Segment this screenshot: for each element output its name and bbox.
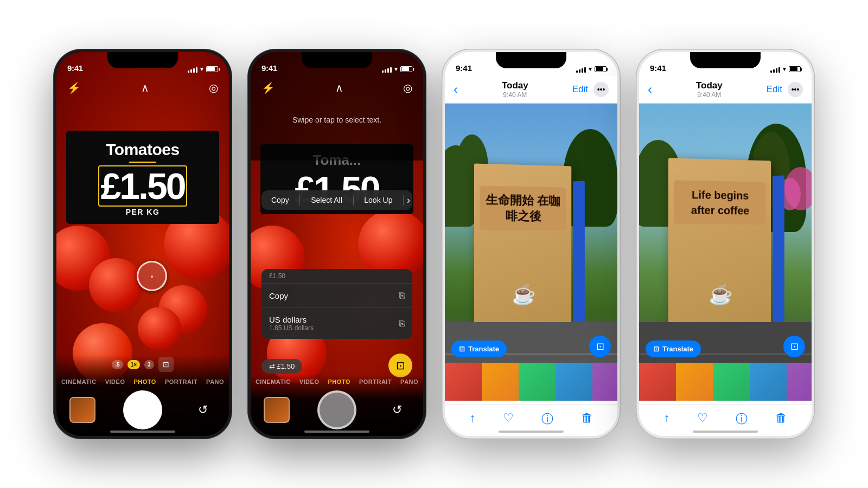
back-btn-3[interactable]: ‹ xyxy=(454,82,458,97)
coffee-icon-3: ☕ xyxy=(511,283,535,306)
currency-label: ⇄ £1.50 xyxy=(269,362,295,370)
copy-icon: ⎘ xyxy=(399,291,405,300)
translate-btn-3[interactable]: ⊡ Translate xyxy=(451,341,507,357)
phone-2-text-select: Toma... £1.50 9:41 ▾ xyxy=(247,49,426,439)
mode-video-1[interactable]: VIDEO xyxy=(105,378,125,385)
photos-toolbar-4: ↑ ♡ ⓘ 🗑 xyxy=(639,404,812,432)
edit-btn-4[interactable]: Edit xyxy=(767,84,782,95)
speed-1x[interactable]: 1× xyxy=(127,360,140,369)
status-time-4: 9:41 xyxy=(650,63,666,73)
look-up-btn[interactable]: Look Up xyxy=(356,194,400,207)
camera-top-2: ⚡ ∧ ◎ xyxy=(251,77,423,99)
edit-btn-3[interactable]: Edit xyxy=(572,84,588,95)
flip-camera-btn-1[interactable]: ↺ xyxy=(190,397,216,423)
flip-vertical-icon[interactable]: ∧ xyxy=(141,81,149,94)
mode-photo-2[interactable]: PHOTO xyxy=(328,378,350,385)
status-time-2: 9:41 xyxy=(261,63,277,73)
notch-4 xyxy=(690,52,761,68)
camera-modes-1: CINEMATIC VIDEO PHOTO PORTRAIT PANO xyxy=(65,374,220,390)
battery-3 xyxy=(595,66,607,72)
more-btn[interactable]: › xyxy=(407,195,410,206)
translate-label-4: Translate xyxy=(662,345,693,353)
camera-bottom-1: .5 1× 3 ⊡ CINEMATIC VIDEO PHOTO PORTRAIT… xyxy=(56,355,229,436)
header-sub-4: 9:40 AM xyxy=(696,91,723,99)
more-btn-3[interactable]: ••• xyxy=(593,82,609,97)
live-icon-2[interactable]: ◎ xyxy=(403,81,412,94)
sign-price: £1.50 xyxy=(100,168,184,204)
home-indicator-3 xyxy=(499,431,564,433)
shutter-button-2[interactable] xyxy=(317,390,356,429)
livetext-btn-3[interactable]: ⊡ xyxy=(589,336,611,357)
mode-video-2[interactable]: VIDEO xyxy=(299,378,320,385)
translate-label-3: Translate xyxy=(468,345,499,353)
phone-3-photos-chinese: 9:41 ▾ xyxy=(442,49,621,439)
dropdown-usd[interactable]: US dollars 1.85 US dollars ⎘ xyxy=(261,308,412,339)
dropdown-copy[interactable]: Copy ⎘ xyxy=(261,284,412,308)
mode-portrait-2[interactable]: PORTRAIT xyxy=(359,378,392,385)
header-title-3: Today xyxy=(502,80,528,91)
filmstrip-4 xyxy=(639,363,812,401)
filmstrip-3 xyxy=(445,363,617,401)
speed-05[interactable]: .5 xyxy=(112,360,123,369)
mode-photo-1[interactable]: PHOTO xyxy=(133,378,156,385)
battery-icon-1 xyxy=(206,66,218,72)
notch-1 xyxy=(107,52,178,68)
photos-toolbar-3: ↑ ♡ ⓘ 🗑 xyxy=(445,404,617,432)
speed-3[interactable]: 3 xyxy=(144,360,154,369)
currency-bar: ⇄ £1.50 xyxy=(261,359,302,374)
heart-icon-4[interactable]: ♡ xyxy=(697,411,708,427)
trash-icon-4[interactable]: 🗑 xyxy=(775,411,787,427)
main-scene: Tomatoes £1.50 PER KG ● xyxy=(0,0,868,488)
share-icon-3[interactable]: ↑ xyxy=(469,411,475,427)
livetext-btn-4[interactable]: ⊡ xyxy=(783,336,805,357)
battery-icon-2 xyxy=(400,66,412,72)
flash-icon-2[interactable]: ⚡ xyxy=(261,81,275,94)
camera-bottom-2: CINEMATIC VIDEO PHOTO PORTRAIT PANO ↺ xyxy=(251,374,423,436)
mode-portrait-1[interactable]: PORTRAIT xyxy=(165,378,197,385)
wifi-icon-1: ▾ xyxy=(200,66,203,73)
mode-pano-1[interactable]: PANO xyxy=(206,378,224,385)
home-indicator-4 xyxy=(693,431,758,433)
share-icon-4[interactable]: ↑ xyxy=(663,411,669,427)
live-icon-1[interactable]: ◎ xyxy=(209,81,218,94)
magnifier: ● xyxy=(137,261,167,291)
shutter-button-1[interactable] xyxy=(123,390,162,429)
select-all-btn[interactable]: Select All xyxy=(303,194,350,207)
info-icon-3[interactable]: ⓘ xyxy=(541,411,553,427)
photo-thumbnail-1[interactable] xyxy=(69,397,95,423)
notch-2 xyxy=(302,52,372,68)
more-btn-4[interactable]: ••• xyxy=(788,82,803,97)
back-btn-4[interactable]: ‹ xyxy=(648,82,652,97)
live-text-icon-1[interactable]: ⊡ xyxy=(158,357,174,372)
usd-label: US dollars xyxy=(269,315,314,324)
flash-icon-1[interactable]: ⚡ xyxy=(67,81,81,94)
swipe-hint-text: Swipe or tap to select text. xyxy=(292,115,381,124)
chinese-text: 生命開始 在咖啡之後 xyxy=(484,192,561,224)
coffee-icon-4: ☕ xyxy=(708,283,732,306)
header-title-4: Today xyxy=(696,80,723,91)
flip-camera-btn-2[interactable]: ↺ xyxy=(384,397,410,423)
notch-3 xyxy=(496,52,566,68)
dropdown-copy-label: Copy xyxy=(269,291,288,300)
heart-icon-3[interactable]: ♡ xyxy=(503,411,514,427)
dropdown-menu: £1.50 Copy ⎘ US dollars 1.85 US dollars … xyxy=(261,269,412,339)
sign-perkg: PER KG xyxy=(75,208,210,216)
english-text: Life begins after coffee xyxy=(678,187,761,219)
translate-icon-4: ⊡ xyxy=(653,345,659,353)
trash-icon-3[interactable]: 🗑 xyxy=(581,411,593,427)
phone-1-camera: Tomatoes £1.50 PER KG ● xyxy=(53,49,232,439)
mode-cinematic-1[interactable]: CINEMATIC xyxy=(61,378,97,385)
header-sub-3: 9:40 AM xyxy=(502,91,528,99)
copy-btn[interactable]: Copy xyxy=(264,194,297,207)
info-icon-4[interactable]: ⓘ xyxy=(736,411,748,427)
mode-cinematic-2[interactable]: CINEMATIC xyxy=(256,378,291,385)
camera-top-1: ⚡ ∧ ◎ xyxy=(56,77,229,99)
mode-pano-2[interactable]: PANO xyxy=(400,378,418,385)
translate-icon-3: ⊡ xyxy=(459,345,465,353)
home-indicator-2 xyxy=(304,431,369,433)
flip-icon-2[interactable]: ∧ xyxy=(335,81,343,94)
usd-sub: 1.85 US dollars xyxy=(269,324,314,332)
photo-thumbnail-2[interactable] xyxy=(264,397,290,423)
translate-btn-4[interactable]: ⊡ Translate xyxy=(646,341,701,357)
home-indicator-1 xyxy=(110,431,175,433)
